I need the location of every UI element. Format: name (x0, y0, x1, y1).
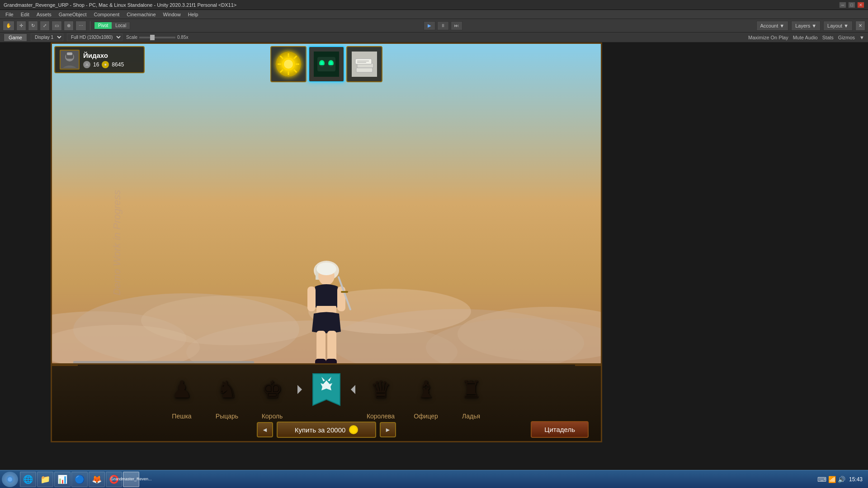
pause-button[interactable]: ⏸ (437, 21, 449, 30)
maximize-button[interactable]: □ (848, 2, 855, 8)
resolution-select[interactable]: Full HD (868x488) (67, 33, 123, 41)
mute-audio-btn[interactable]: Mute Audio (793, 35, 818, 40)
main-area: Demo Work in Progress Оззи Йида (0, 42, 868, 485)
svg-line-38 (294, 70, 297, 72)
scale-slider[interactable] (139, 37, 175, 38)
transform-tool[interactable]: ⊕ (64, 21, 74, 31)
pivot-local-toggle[interactable]: Pivot Local (94, 22, 130, 29)
svg-rect-52 (355, 59, 372, 64)
king-piece-icon: ♚ (262, 376, 283, 403)
svg-point-60 (8, 477, 12, 482)
menu-window[interactable]: Window (160, 11, 184, 18)
shop-item-queen[interactable]: ♛ Королева (363, 369, 399, 420)
hand-tool[interactable]: ✋ (3, 21, 14, 31)
layout-chevron-icon: ▼ (844, 23, 849, 28)
taskbar-firefox-icon[interactable]: 🦊 (89, 472, 105, 487)
step-button[interactable]: ⏭ (451, 21, 462, 30)
ability-slot-papers[interactable] (346, 46, 382, 82)
shop-item-rook[interactable]: ♜ Ладья (453, 369, 489, 420)
taskbar-excel-icon[interactable]: 📊 (54, 472, 71, 487)
ability-slot-knight[interactable] (308, 46, 344, 82)
shop-item-king[interactable]: ♚ Король (254, 369, 290, 420)
menu-assets[interactable]: Assets (33, 11, 55, 18)
layers-dropdown[interactable]: Layers ▼ (791, 21, 821, 31)
svg-rect-47 (317, 65, 335, 66)
minimize-button[interactable]: ─ (839, 2, 846, 8)
shop-item-officer[interactable]: ♝ Офицер (408, 369, 444, 420)
menu-gameobject[interactable]: GameObject (55, 11, 90, 18)
play-button[interactable]: ▶ (424, 21, 435, 30)
svg-rect-21 (341, 291, 348, 293)
ability-bar (270, 46, 382, 82)
scale-tool[interactable]: ⤢ (40, 21, 50, 31)
buy-button[interactable]: Купить за 20000 (277, 422, 376, 438)
queen-label: Королева (367, 413, 395, 420)
pawn-piece-icon: ♟ (171, 376, 193, 403)
display-select[interactable]: Display 1 (31, 33, 63, 41)
menu-file[interactable]: File (2, 11, 17, 18)
game-tab[interactable]: Game (4, 33, 27, 42)
coins-icon: ● (102, 61, 109, 68)
close-layout-button[interactable]: ✕ (855, 21, 865, 31)
player-name-label: Йидахо (83, 52, 124, 59)
start-button[interactable] (2, 472, 18, 487)
window-title: Grandmaster_Revenge_URP - Shop - PC, Mac… (4, 2, 839, 8)
next-button[interactable]: ► (380, 422, 396, 437)
svg-point-27 (316, 263, 336, 275)
menu-cinemachine[interactable]: Cinemachine (123, 11, 159, 18)
menu-component[interactable]: Component (90, 11, 123, 18)
rect-tool[interactable]: ▭ (52, 21, 62, 31)
pivot-option[interactable]: Pivot (94, 22, 112, 29)
close-button[interactable]: ✕ (857, 2, 864, 8)
account-chevron-icon: ▼ (779, 23, 784, 28)
svg-point-46 (330, 61, 332, 65)
maximize-on-play-btn[interactable]: Maximize On Play (748, 35, 788, 40)
knight-label: Рыцарь (216, 413, 238, 420)
menu-bar: File Edit Assets GameObject Component Ci… (0, 10, 868, 19)
prev-button[interactable]: ◄ (257, 422, 273, 437)
banner-left-arrow (296, 369, 303, 410)
layout-dropdown[interactable]: Layout ▼ (823, 21, 853, 31)
corner-decoration-tr (575, 365, 602, 392)
level-icon: ⚔ (83, 61, 90, 68)
shop-item-knight[interactable]: ♞ Рыцарь (209, 369, 245, 420)
gizmos-btn[interactable]: Gizmos (838, 35, 855, 40)
move-tool[interactable]: ✛ (16, 21, 26, 31)
taskbar-browser-icon[interactable]: 🔵 (71, 472, 88, 487)
papers-ability-icon (352, 52, 377, 77)
shop-item-banner[interactable] (299, 369, 354, 414)
svg-rect-50 (356, 68, 373, 72)
game-bar: Game Display 1 Full HD (868x488) Scale… (0, 33, 868, 42)
knight-ability-icon (314, 52, 339, 77)
officer-piece-icon: ♝ (415, 376, 437, 403)
ability-slot-sun[interactable] (270, 46, 307, 82)
citadel-button[interactable]: Цитадель (531, 421, 589, 438)
gizmos-chevron-icon[interactable]: ▼ (859, 35, 864, 40)
game-background: Demo Work in Progress Оззи Йида (51, 42, 602, 442)
account-dropdown[interactable]: Account ▼ (756, 21, 789, 31)
officer-label: Офицер (414, 413, 438, 420)
player-info-panel: Йидахо ⚔ 16 ● 8645 (54, 46, 145, 73)
corner-decoration-bl (51, 415, 78, 442)
network-icon: 📶 (828, 476, 836, 483)
menu-help[interactable]: Help (184, 11, 202, 18)
rook-label: Ладья (462, 413, 480, 420)
taskbar-unity-icon[interactable]: Grandmaster_Reven... (123, 472, 139, 487)
menu-edit[interactable]: Edit (17, 11, 33, 18)
shop-bar: ♟ Пешка ♞ Рыцарь ♚ (51, 363, 602, 442)
taskbar-ie-icon[interactable]: 🌐 (20, 472, 36, 487)
shop-item-pawn[interactable]: ♟ Пешка (164, 369, 200, 420)
custom-tool[interactable]: ⋯ (75, 21, 86, 31)
title-bar: Grandmaster_Revenge_URP - Shop - PC, Mac… (0, 0, 868, 10)
stats-btn[interactable]: Stats (822, 35, 834, 40)
queen-piece-icon: ♛ (370, 376, 392, 403)
svg-line-37 (280, 56, 283, 59)
rotate-tool[interactable]: ↻ (28, 21, 38, 31)
king-label: Король (262, 413, 283, 420)
svg-rect-23 (316, 331, 326, 362)
taskbar-folder-icon[interactable]: 📁 (37, 472, 53, 487)
local-option[interactable]: Local (112, 22, 130, 29)
player-avatar (60, 50, 80, 70)
svg-point-45 (321, 61, 323, 65)
corner-decoration-tl (51, 365, 78, 392)
